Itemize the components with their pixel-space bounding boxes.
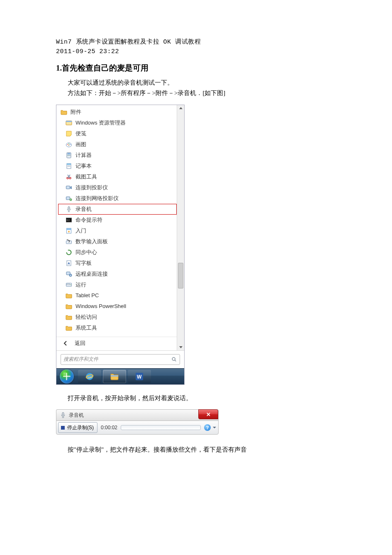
svg-rect-41	[111, 375, 118, 377]
menu-item-notepad[interactable]: 记事本	[56, 161, 184, 171]
sound-recorder-window: 录音机 ✕ 停止录制(S) 0:00:02 ?	[56, 409, 219, 435]
svg-rect-6	[68, 145, 69, 146]
folder-header-accessories[interactable]: 附件	[56, 107, 184, 117]
menu-item-net-projector[interactable]: 连接到网络投影仪	[56, 193, 184, 204]
stop-icon	[61, 426, 65, 430]
menu-item-sound-recorder[interactable]: 录音机	[58, 204, 177, 215]
folder-label: 附件	[71, 108, 81, 116]
wordpad-icon: A	[66, 260, 72, 266]
menu-item-label: 运行	[75, 281, 86, 289]
folder-icon	[66, 314, 72, 320]
menu-item-label: 计算器	[75, 152, 92, 159]
article-title: Win7 系统声卡设置图解教程及卡拉 OK 调试教程	[56, 37, 338, 47]
sync-icon	[66, 249, 72, 256]
svg-rect-21	[68, 206, 70, 209]
window-titlebar[interactable]: 录音机 ✕	[56, 409, 219, 421]
section-heading: 1.首先检查自己的麦是可用	[56, 63, 338, 73]
net-projector-icon	[66, 195, 72, 202]
paint-icon	[66, 141, 72, 148]
svg-text:A: A	[68, 262, 70, 265]
ie-icon	[85, 372, 95, 381]
scrollbar-thumb[interactable]	[178, 263, 183, 289]
search-input[interactable]: 搜索程序和文件	[61, 354, 180, 365]
stop-record-button[interactable]: 停止录制(S)	[58, 422, 97, 433]
svg-rect-9	[68, 155, 68, 156]
scrollbar[interactable]	[177, 105, 184, 350]
word-icon: W	[134, 372, 144, 381]
back-button[interactable]: 返回	[56, 337, 184, 350]
math-input-icon	[66, 238, 72, 245]
options-dropdown[interactable]	[212, 423, 217, 432]
recording-time: 0:00:02	[101, 425, 117, 430]
svg-rect-11	[70, 155, 71, 156]
menu-item-label: 便笺	[75, 130, 86, 137]
folder-icon	[66, 325, 72, 331]
notepad-icon	[66, 163, 72, 169]
svg-rect-8	[68, 153, 71, 154]
svg-point-4	[68, 143, 69, 144]
paragraph-3: 打开录音机，按开始录制，然后对着麦说话。	[68, 393, 338, 404]
getting-started-icon	[66, 227, 72, 234]
folder-icon	[66, 303, 72, 310]
explorer-icon	[66, 120, 72, 126]
menu-item-label: 写字板	[75, 259, 92, 267]
svg-rect-27	[67, 228, 71, 230]
menu-item-rdp[interactable]: 远程桌面连接	[56, 269, 184, 279]
sticky-note-icon	[66, 130, 72, 137]
svg-rect-18	[66, 186, 70, 189]
menu-item-label: Windows PowerShell	[75, 303, 126, 309]
menu-item-math-input[interactable]: 数学输入面板	[56, 236, 184, 247]
taskbar-button-explorer[interactable]	[103, 370, 126, 383]
menu-item-wordpad[interactable]: A 写字板	[56, 258, 184, 269]
document-page: Win7 系统声卡设置图解教程及卡拉 OK 调试教程 2011-09-25 23…	[0, 0, 392, 486]
menu-item-label: 轻松访问	[75, 313, 97, 321]
menu-item-label: 记事本	[75, 162, 92, 170]
paragraph-1: 大家可以通过系统的录音机测试一下。	[68, 78, 338, 88]
window-title: 录音机	[69, 412, 84, 419]
menu-gap	[56, 333, 184, 337]
start-button[interactable]	[56, 369, 77, 384]
close-button[interactable]: ✕	[198, 409, 218, 419]
taskbar-button-word[interactable]: W	[128, 370, 151, 383]
menu-item-sync[interactable]: 同步中心	[56, 247, 184, 258]
menu-item-snip[interactable]: 截图工具	[56, 171, 184, 182]
menu-item-paint[interactable]: 画图	[56, 139, 184, 150]
menu-item-calculator[interactable]: 计算器	[56, 150, 184, 161]
menu-item-label: 命令提示符	[75, 216, 102, 224]
menu-item-label: 同步中心	[75, 249, 97, 256]
menu-item-explorer[interactable]: Windows 资源管理器	[56, 117, 184, 128]
menu-item-powershell[interactable]: Windows PowerShell	[56, 301, 184, 312]
menu-item-system-tools[interactable]: 系统工具	[56, 323, 184, 333]
run-icon	[66, 281, 72, 288]
menu-item-run[interactable]: 运行	[56, 279, 184, 290]
start-menu-list: 附件 Windows 资源管理器 便笺 画图 计算器 记事本	[56, 105, 184, 350]
folder-icon	[66, 292, 72, 299]
menu-item-projector[interactable]: 连接到投影仪	[56, 182, 184, 193]
svg-rect-10	[68, 155, 69, 156]
help-icon: ?	[206, 425, 209, 430]
menu-item-tablet-pc[interactable]: Tablet PC	[56, 290, 184, 301]
menu-item-label: 系统工具	[75, 324, 97, 332]
projector-icon	[66, 184, 72, 191]
help-button[interactable]: ?	[204, 424, 211, 431]
menu-item-getting-started[interactable]: 入门	[56, 225, 184, 236]
svg-text:W: W	[137, 374, 142, 380]
windows-orb-icon	[60, 369, 74, 384]
explorer-tb-icon	[110, 372, 119, 381]
menu-item-label: 数学输入面板	[75, 238, 108, 245]
recorder-body: 停止录制(S) 0:00:02 ?	[56, 421, 219, 435]
article-timestamp: 2011-09-25 23:22	[56, 47, 338, 56]
svg-rect-1	[66, 121, 72, 122]
level-meter	[121, 425, 201, 430]
menu-item-cmd[interactable]: C:\ 命令提示符	[56, 215, 184, 225]
taskbar: W	[56, 368, 184, 384]
menu-item-label: 入门	[75, 227, 86, 235]
svg-point-5	[70, 144, 71, 145]
snip-icon	[66, 174, 72, 180]
svg-point-34	[69, 274, 72, 276]
svg-rect-36	[67, 284, 70, 285]
start-menu-screenshot: 附件 Windows 资源管理器 便笺 画图 计算器 记事本	[56, 105, 185, 385]
menu-item-sticky-notes[interactable]: 便笺	[56, 128, 184, 139]
taskbar-button-ie[interactable]	[78, 370, 101, 383]
menu-item-ease-of-access[interactable]: 轻松访问	[56, 312, 184, 323]
